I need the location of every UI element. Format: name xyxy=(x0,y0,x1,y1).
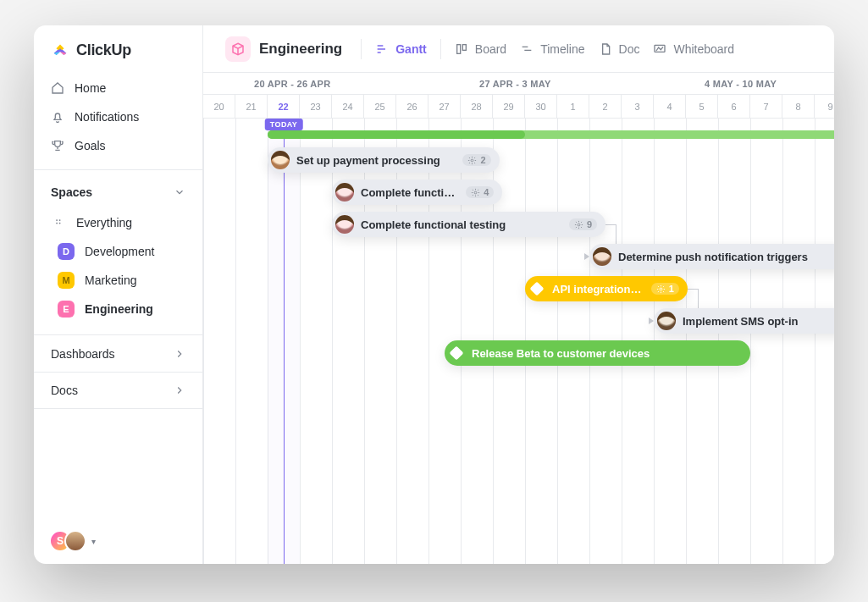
svg-point-8 xyxy=(474,191,477,194)
view-tab-timeline[interactable]: Timeline xyxy=(520,42,584,56)
day-label: 25 xyxy=(364,95,396,119)
gantt-task-bar[interactable]: Release Beta to customer devices xyxy=(445,340,750,366)
assignee-avatar xyxy=(335,183,354,202)
nav-notifications-label: Notifications xyxy=(75,110,139,124)
space-chip-icon: E xyxy=(58,301,75,318)
gantt-task-label: Complete functio… xyxy=(361,186,459,199)
day-label: 24 xyxy=(332,95,364,119)
nav-goals-label: Goals xyxy=(75,139,106,152)
chevron-down-icon[interactable]: ▾ xyxy=(91,537,96,546)
space-marketing[interactable]: M Marketing xyxy=(46,267,191,294)
bell-icon xyxy=(51,110,64,124)
day-label: 9 xyxy=(815,95,834,119)
day-label: 27 xyxy=(428,95,461,119)
nav-home[interactable]: Home xyxy=(41,75,196,102)
space-chip-icon: M xyxy=(58,272,75,289)
sidebar-nav: Home Notifications Goals xyxy=(34,75,202,159)
svg-rect-4 xyxy=(456,44,460,53)
day-label: 4 xyxy=(654,95,686,119)
everything-label: Everything xyxy=(76,216,132,229)
space-title[interactable]: Engineering xyxy=(220,33,347,65)
today-marker-line xyxy=(284,129,285,564)
spaces-header-label: Spaces xyxy=(51,185,92,199)
gantt-task-bar[interactable]: Implement SMS opt-in xyxy=(654,308,834,334)
trophy-icon xyxy=(51,139,64,152)
avatar xyxy=(64,530,86,552)
day-label: 2 xyxy=(589,95,622,119)
board-icon xyxy=(455,42,468,56)
svg-point-7 xyxy=(472,159,474,162)
svg-point-9 xyxy=(578,224,580,226)
day-label: 6 xyxy=(718,95,750,119)
days-row: 2021222324252627282930123456789101112 xyxy=(203,95,834,119)
svg-point-0 xyxy=(56,219,58,221)
gantt-task-bar[interactable]: Determine push notification triggers1 xyxy=(589,244,834,269)
view-tab-label: Gantt xyxy=(395,42,427,56)
gantt-task-label: Determine push notification triggers xyxy=(618,251,808,263)
section-label: Docs xyxy=(51,384,78,397)
divider xyxy=(34,169,202,170)
toolbar: Engineering Gantt Board xyxy=(203,25,834,73)
day-label: 5 xyxy=(686,95,718,119)
main-panel: Engineering Gantt Board xyxy=(203,25,834,564)
subtask-count-badge: 2 xyxy=(462,154,490,166)
section-dashboards[interactable]: Dashboards xyxy=(34,334,202,372)
day-label: 29 xyxy=(493,95,525,119)
week-range-row: 20 APR - 26 APR27 APR - 3 MAY4 MAY - 10 … xyxy=(203,73,834,95)
day-label: 8 xyxy=(782,95,815,119)
diamond-icon xyxy=(450,346,464,361)
spaces-header[interactable]: Spaces xyxy=(34,180,202,204)
week-range-label: 20 APR - 26 APR xyxy=(254,73,331,95)
view-tab-whiteboard[interactable]: Whiteboard xyxy=(653,42,734,56)
day-label: 22 xyxy=(268,95,300,119)
day-label: 1 xyxy=(557,95,589,119)
gantt-task-bar[interactable]: Complete functional testing9 xyxy=(332,212,605,237)
gantt-icon xyxy=(375,42,389,56)
gantt-task-bar[interactable]: API integration…1 xyxy=(525,276,688,301)
gantt-task-label: Release Beta to customer devices xyxy=(472,347,650,360)
space-engineering[interactable]: E Engineering xyxy=(46,295,191,323)
divider xyxy=(440,39,441,59)
gantt-chart-area[interactable]: TODAY Set up payment processing2Complete… xyxy=(203,119,834,564)
view-tab-doc[interactable]: Doc xyxy=(599,42,640,56)
timeline-icon xyxy=(520,42,534,56)
whiteboard-icon xyxy=(653,42,666,56)
space-development[interactable]: D Development xyxy=(46,238,191,265)
app-name: ClickUp xyxy=(76,41,131,59)
gantt-task-label: Complete functional testing xyxy=(361,218,506,231)
grid-dots-icon xyxy=(53,216,66,229)
svg-point-11 xyxy=(660,288,662,290)
view-tab-label: Timeline xyxy=(540,42,584,56)
presence-avatars[interactable]: S ▾ xyxy=(49,530,96,552)
subtask-count-badge: 1 xyxy=(651,283,679,295)
svg-point-2 xyxy=(56,223,58,224)
subtask-count-badge: 9 xyxy=(569,218,597,230)
doc-icon xyxy=(599,42,612,56)
chevron-right-icon xyxy=(174,348,185,360)
view-tab-label: Board xyxy=(475,42,506,56)
gantt-chart[interactable]: 20 APR - 26 APR27 APR - 3 MAY4 MAY - 10 … xyxy=(203,73,834,564)
svg-point-1 xyxy=(59,219,61,221)
view-tab-label: Whiteboard xyxy=(673,42,734,56)
day-label: 3 xyxy=(622,95,654,119)
nav-notifications[interactable]: Notifications xyxy=(41,103,196,130)
gantt-task-bar[interactable]: Complete functio…4 xyxy=(332,179,502,205)
gantt-task-bar[interactable]: Set up payment processing2 xyxy=(268,147,500,173)
day-label: 7 xyxy=(750,95,782,119)
progress-done-segment xyxy=(268,130,525,139)
view-tab-board[interactable]: Board xyxy=(455,42,506,56)
assignee-avatar xyxy=(271,151,290,169)
week-range-label: 4 MAY - 10 MAY xyxy=(705,73,777,95)
section-docs[interactable]: Docs xyxy=(34,372,202,409)
gantt-task-label: Implement SMS opt-in xyxy=(683,315,799,328)
svg-point-3 xyxy=(59,223,61,224)
gantt-task-label: API integration… xyxy=(552,283,641,295)
progress-overview-bar[interactable] xyxy=(268,130,834,139)
app-logo[interactable]: ClickUp xyxy=(34,41,202,75)
view-tab-label: Doc xyxy=(619,42,640,56)
week-range-label: 27 APR - 3 MAY xyxy=(479,73,551,95)
space-label: Marketing xyxy=(85,273,136,287)
nav-goals[interactable]: Goals xyxy=(41,132,196,159)
sidebar-everything[interactable]: Everything xyxy=(41,209,196,236)
view-tab-gantt[interactable]: Gantt xyxy=(375,42,427,56)
